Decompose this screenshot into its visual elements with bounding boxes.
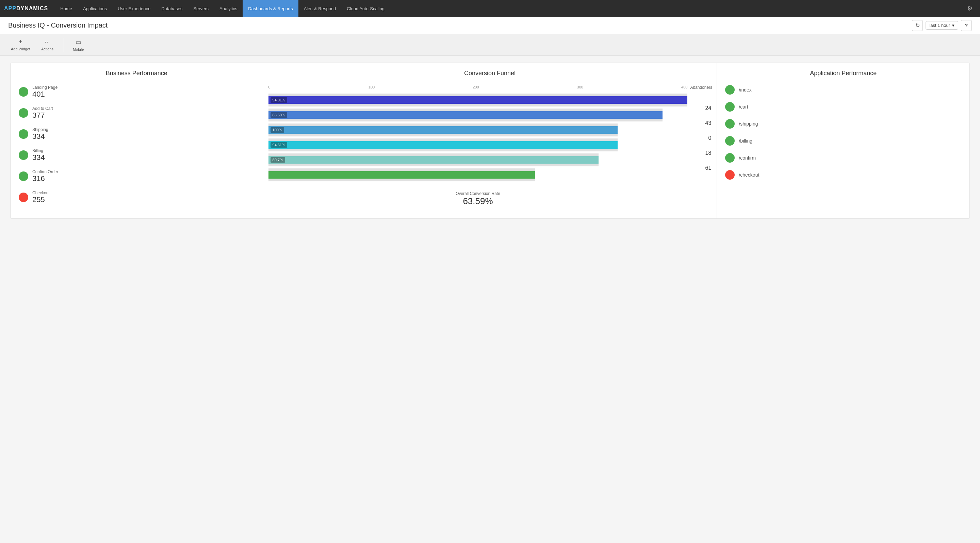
ap-row: /index: [725, 85, 961, 95]
axis-label: 200: [473, 85, 479, 89]
ap-row: /confirm: [725, 153, 961, 163]
bp-row: Shipping 334: [19, 127, 255, 141]
funnel-row: [269, 168, 688, 181]
status-dot: [19, 150, 28, 160]
status-dot: [725, 102, 735, 111]
funnel-percentage-label: 94.61%: [270, 142, 287, 148]
status-dot: [19, 87, 28, 97]
ap-row: /cart: [725, 102, 961, 111]
bp-value: 401: [32, 90, 57, 98]
bp-info: Checkout 255: [32, 191, 50, 204]
page-header: Business IQ - Conversion Impact ↻ last 1…: [0, 17, 980, 34]
header-controls: ↻ last 1 hour ▾ ?: [912, 20, 972, 31]
conversion-funnel-panel: Conversion Funnel 0100200300400 94.01%88…: [263, 63, 717, 218]
nav-items: HomeApplicationsUser ExperienceDatabases…: [55, 0, 964, 17]
business-performance-panel: Business Performance Landing Page 401 Ad…: [11, 63, 263, 218]
bp-row: Landing Page 401: [19, 85, 255, 98]
conversion-funnel-title: Conversion Funnel: [269, 70, 711, 77]
nav-item-home[interactable]: Home: [55, 0, 78, 17]
bp-row: Checkout 255: [19, 191, 255, 204]
main-content: Business Performance Landing Page 401 Ad…: [0, 56, 980, 543]
business-performance-title: Business Performance: [19, 70, 255, 77]
bp-label: Billing: [32, 148, 45, 153]
help-button[interactable]: ?: [961, 20, 972, 31]
funnel-rows: 94.01%88.59%100%94.61%80.7%: [269, 94, 688, 181]
actions-icon: ···: [45, 38, 50, 46]
bp-value: 316: [32, 174, 58, 183]
ap-path: /shipping: [739, 121, 758, 127]
ap-path: /confirm: [739, 155, 756, 160]
axis-label: 400: [681, 85, 687, 89]
application-performance-panel: Application Performance /index /cart /sh…: [717, 63, 969, 218]
bp-value: 255: [32, 195, 50, 204]
status-dot: [725, 85, 735, 95]
abandoners-value: 43: [690, 116, 711, 131]
bp-row: Add to Cart 377: [19, 106, 255, 120]
bp-info: Confirm Order 316: [32, 170, 58, 183]
funnel-axis: 0100200300400: [269, 85, 688, 92]
overall-section: Overall Conversion Rate 63.59%: [269, 187, 688, 206]
nav-item-cloud-auto-scaling[interactable]: Cloud Auto-Scaling: [341, 0, 390, 17]
settings-icon[interactable]: ⚙: [964, 5, 976, 12]
refresh-button[interactable]: ↻: [912, 20, 923, 31]
bp-row: Billing 334: [19, 148, 255, 162]
ap-row: /shipping: [725, 119, 961, 129]
nav-item-servers[interactable]: Servers: [188, 0, 214, 17]
bp-value: 377: [32, 111, 53, 120]
status-dot: [725, 119, 735, 129]
axis-label: 100: [369, 85, 375, 89]
nav-item-analytics[interactable]: Analytics: [214, 0, 243, 17]
mobile-label: Mobile: [73, 47, 84, 51]
funnel-row: 88.59%: [269, 108, 688, 121]
abandoners-value: 18: [690, 146, 711, 160]
nav-item-databases[interactable]: Databases: [156, 0, 188, 17]
funnel-percentage-label: 94.01%: [270, 97, 287, 103]
ap-path: /cart: [739, 104, 748, 110]
funnel-percentage-label: 80.7%: [270, 157, 285, 163]
ap-path: /checkout: [739, 172, 759, 178]
plus-icon: +: [19, 38, 22, 46]
nav-item-alert-&-respond[interactable]: Alert & Respond: [298, 0, 342, 17]
bp-row: Confirm Order 316: [19, 170, 255, 183]
time-range-selector[interactable]: last 1 hour ▾: [926, 21, 958, 30]
bp-label: Confirm Order: [32, 170, 58, 174]
ap-row: /checkout: [725, 170, 961, 179]
abandoners-header: Abandoners: [690, 85, 711, 90]
bp-label: Add to Cart: [32, 106, 53, 111]
dashboard-grid: Business Performance Landing Page 401 Ad…: [10, 63, 970, 219]
add-widget-label: Add Widget: [11, 47, 30, 51]
bp-info: Landing Page 401: [32, 85, 57, 98]
abandoners-value: [690, 176, 711, 191]
funnel-bar: [269, 126, 617, 134]
funnel-row: 94.61%: [269, 138, 688, 151]
status-dot: [725, 136, 735, 146]
abandoners-values: 244301861: [690, 91, 711, 191]
overall-value: 63.59%: [269, 196, 688, 206]
mobile-button[interactable]: ▭ Mobile: [70, 37, 86, 53]
application-performance-title: Application Performance: [725, 70, 961, 77]
status-dot: [725, 170, 735, 179]
funnel-row: 80.7%: [269, 154, 688, 167]
actions-label: Actions: [41, 47, 53, 51]
toolbar: + Add Widget ··· Actions ▭ Mobile: [0, 34, 980, 56]
time-range-label: last 1 hour: [929, 23, 950, 28]
nav-item-applications[interactable]: Applications: [78, 0, 112, 17]
nav-item-user-experience[interactable]: User Experience: [112, 0, 156, 17]
chevron-down-icon: ▾: [952, 23, 955, 28]
app-logo[interactable]: APPDYNAMICS: [4, 5, 48, 11]
axis-label: 0: [269, 85, 270, 89]
funnel-bar: [269, 156, 599, 164]
bp-label: Landing Page: [32, 85, 57, 90]
bp-info: Add to Cart 377: [32, 106, 53, 120]
funnel-row: 94.01%: [269, 94, 688, 106]
toolbar-divider: [63, 38, 63, 52]
abandoners-value: 61: [690, 160, 711, 176]
actions-button[interactable]: ··· Actions: [38, 37, 56, 52]
nav-bar: APPDYNAMICS HomeApplicationsUser Experie…: [0, 0, 980, 17]
add-widget-button[interactable]: + Add Widget: [8, 37, 33, 52]
status-dot: [19, 171, 28, 181]
nav-item-dashboards-&-reports[interactable]: Dashboards & Reports: [243, 0, 298, 17]
ap-path: /billing: [739, 138, 752, 144]
mobile-icon: ▭: [76, 38, 81, 46]
abandoners-value: 0: [690, 131, 711, 146]
